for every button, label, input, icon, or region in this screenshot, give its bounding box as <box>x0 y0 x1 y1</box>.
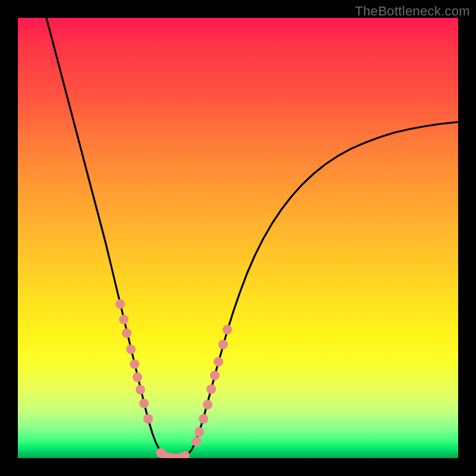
gradient-background <box>18 18 458 458</box>
plot-area <box>18 18 458 458</box>
chart-frame: TheBottleneck.com <box>0 0 476 476</box>
watermark-text: TheBottleneck.com <box>355 4 470 19</box>
